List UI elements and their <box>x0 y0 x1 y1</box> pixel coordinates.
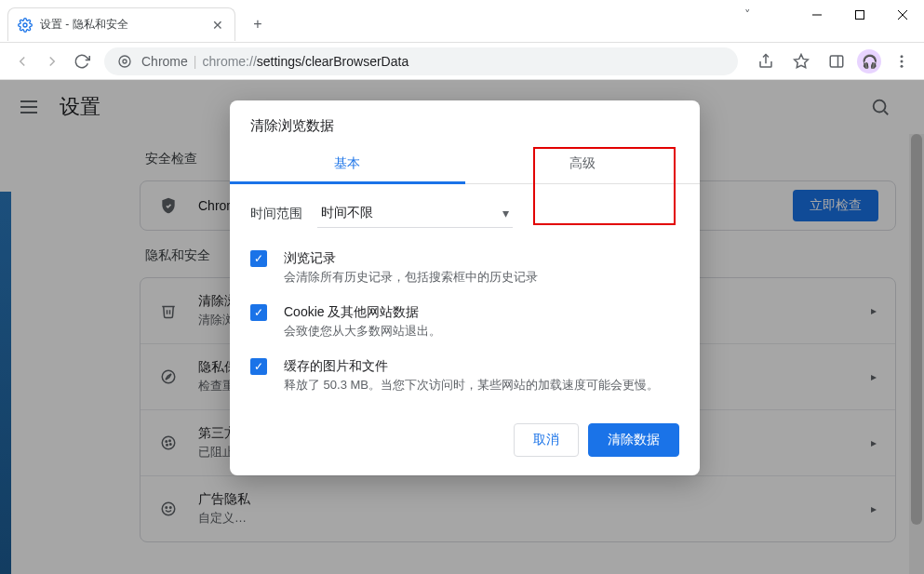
check-sub: 会清除所有历史记录，包括搜索框中的历史记录 <box>284 269 538 286</box>
check-title: Cookie 及其他网站数据 <box>284 304 441 321</box>
time-range-value: 时间不限 <box>321 205 373 221</box>
address-bar[interactable]: Chrome | chrome://settings/clearBrowserD… <box>104 47 738 75</box>
cancel-button[interactable]: 取消 <box>514 423 579 457</box>
profile-avatar[interactable]: 🎧 <box>857 49 881 73</box>
share-icon[interactable] <box>751 47 781 76</box>
omnibox-chip: Chrome <box>141 54 188 69</box>
window-controls <box>796 0 924 30</box>
minimize-button[interactable] <box>796 0 838 30</box>
svg-point-11 <box>901 55 904 58</box>
time-range-row: 时间范围 时间不限 ▾ <box>250 199 679 228</box>
tab-search-caret[interactable]: ˅ <box>744 7 751 21</box>
clear-browsing-data-dialog: 清除浏览数据 基本 高级 时间范围 时间不限 ▾ ✓ 浏览记录会清除所有历史记录… <box>230 100 700 475</box>
back-button[interactable] <box>7 47 37 76</box>
dialog-body: 时间范围 时间不限 ▾ ✓ 浏览记录会清除所有历史记录，包括搜索框中的历史记录 … <box>230 184 700 410</box>
checkbox-icon[interactable]: ✓ <box>250 358 267 375</box>
checkbox-icon[interactable]: ✓ <box>250 250 267 267</box>
dialog-title: 清除浏览数据 <box>230 100 700 144</box>
window-titlebar: 设置 - 隐私和安全 ✕ + ˅ <box>0 0 924 43</box>
omnibox-separator: | <box>194 54 197 69</box>
tab-advanced[interactable]: 高级 <box>465 144 701 183</box>
check-sub: 释放了 50.3 MB。当您下次访问时，某些网站的加载速度可能会更慢。 <box>284 377 659 394</box>
reload-button[interactable] <box>67 47 97 76</box>
site-info-icon[interactable] <box>117 54 132 69</box>
checkbox-browsing-history[interactable]: ✓ 浏览记录会清除所有历史记录，包括搜索框中的历史记录 <box>250 241 679 295</box>
svg-rect-9 <box>830 56 843 67</box>
svg-point-12 <box>901 60 904 62</box>
forward-button[interactable] <box>37 47 67 76</box>
bookmark-icon[interactable] <box>786 47 816 76</box>
browser-tab[interactable]: 设置 - 隐私和安全 ✕ <box>7 7 235 41</box>
tab-title: 设置 - 隐私和安全 <box>40 17 210 33</box>
checkbox-icon[interactable]: ✓ <box>250 304 267 321</box>
check-sub: 会致使您从大多数网站退出。 <box>284 323 441 340</box>
svg-point-5 <box>119 56 130 67</box>
omnibox-url-scheme: chrome:// <box>202 54 256 69</box>
checkbox-cached[interactable]: ✓ 缓存的图片和文件释放了 50.3 MB。当您下次访问时，某些网站的加载速度可… <box>250 349 679 403</box>
browser-toolbar: Chrome | chrome://settings/clearBrowserD… <box>0 43 924 80</box>
close-window-button[interactable] <box>881 0 924 30</box>
svg-point-13 <box>901 64 904 67</box>
dialog-footer: 取消 清除数据 <box>230 410 700 475</box>
svg-point-0 <box>23 23 27 27</box>
clear-data-button[interactable]: 清除数据 <box>588 423 679 457</box>
maximize-button[interactable] <box>838 0 881 30</box>
svg-point-6 <box>123 60 127 63</box>
menu-icon[interactable] <box>887 47 917 76</box>
svg-rect-2 <box>856 11 864 20</box>
gear-icon <box>18 18 33 33</box>
tab-basic[interactable]: 基本 <box>230 144 465 183</box>
svg-marker-8 <box>795 54 809 67</box>
settings-page: 设置 安全检查 Chrome 立即检查 隐私和安全 清除浏览数据清除浏览… ▸ <box>0 80 924 574</box>
checkbox-cookies[interactable]: ✓ Cookie 及其他网站数据会致使您从大多数网站退出。 <box>250 295 679 349</box>
chevron-down-icon: ▾ <box>502 206 509 220</box>
side-panel-icon[interactable] <box>822 47 851 76</box>
close-icon[interactable]: ✕ <box>210 18 225 33</box>
time-range-label: 时间范围 <box>250 206 302 222</box>
tab-underline <box>230 181 465 184</box>
new-tab-button[interactable]: + <box>245 11 271 37</box>
check-title: 缓存的图片和文件 <box>284 358 659 375</box>
omnibox-url-path: settings/clearBrowserData <box>257 54 408 69</box>
time-range-select[interactable]: 时间不限 ▾ <box>317 199 513 228</box>
check-title: 浏览记录 <box>284 250 538 267</box>
dialog-tabs: 基本 高级 <box>230 144 700 184</box>
